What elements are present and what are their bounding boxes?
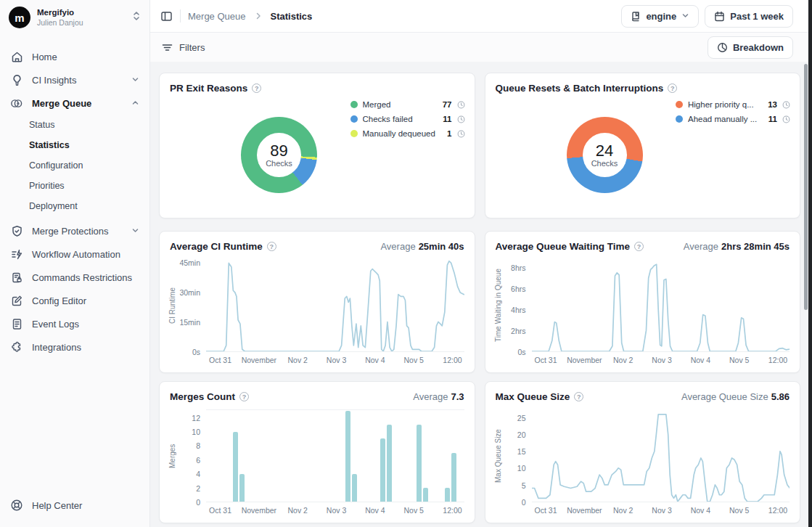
clipboard-lock-icon bbox=[10, 271, 23, 284]
card-title: Max Queue Size bbox=[496, 391, 570, 402]
y-axis-tick: 2hrs bbox=[511, 327, 525, 335]
sidebar-item-ci-insights[interactable]: CI Insights bbox=[0, 68, 149, 91]
y-axis-tick: 10 bbox=[192, 428, 200, 436]
legend-color-dot bbox=[676, 101, 683, 108]
sidebar-subitem-statistics[interactable]: Statistics bbox=[0, 135, 149, 155]
repository-name: engine bbox=[646, 11, 676, 22]
sidebar-subitem-label: Deployment bbox=[29, 201, 78, 211]
card-title: Average CI Runtime bbox=[170, 241, 263, 252]
average-queue-waiting-card: Average Queue Waiting Time Average2hrs 2… bbox=[485, 231, 801, 373]
x-axis-tick: November bbox=[567, 506, 602, 515]
bar[interactable] bbox=[451, 453, 456, 502]
line-series bbox=[532, 259, 790, 351]
x-axis-tick: Oct 31 bbox=[209, 356, 231, 364]
bar[interactable] bbox=[239, 474, 245, 502]
sidebar-item-label: Workflow Automation bbox=[32, 249, 139, 260]
queue-resets-donut-chart[interactable]: 24 Checks bbox=[567, 117, 643, 193]
help-icon[interactable] bbox=[574, 392, 583, 401]
queue-waiting-line-chart[interactable] bbox=[532, 259, 790, 352]
help-icon[interactable] bbox=[267, 242, 276, 251]
legend-value: 11 bbox=[443, 115, 451, 123]
vertical-scrollbar[interactable] bbox=[804, 64, 808, 310]
filters-button[interactable]: Filters bbox=[162, 42, 205, 53]
x-axis-tick: Nov 2 bbox=[613, 356, 633, 364]
x-axis-tick: Nov 5 bbox=[729, 356, 749, 364]
merges-count-bar-chart[interactable] bbox=[206, 409, 464, 502]
legend-label: Merged bbox=[363, 100, 438, 109]
sidebar-item-merge-queue[interactable]: Merge Queue bbox=[0, 91, 149, 115]
y-axis: 0s15min30min45min bbox=[177, 259, 206, 352]
clock-icon[interactable] bbox=[782, 101, 790, 109]
bar[interactable] bbox=[445, 488, 450, 502]
bar[interactable] bbox=[417, 425, 422, 502]
bar[interactable] bbox=[423, 488, 428, 502]
legend-value: 13 bbox=[768, 100, 777, 109]
card-title: Average Queue Waiting Time bbox=[496, 241, 631, 252]
clock-icon[interactable] bbox=[782, 115, 790, 123]
org-user: Julien Danjou bbox=[37, 18, 126, 28]
y-axis-title: Max Queue Size bbox=[493, 409, 503, 502]
x-axis-tick: Nov 4 bbox=[365, 506, 385, 515]
sidebar-subitem-deployment[interactable]: Deployment bbox=[0, 196, 149, 216]
lifebuoy-icon bbox=[10, 499, 23, 512]
sidebar-subitem-status[interactable]: Status bbox=[0, 115, 149, 135]
sidebar-item-commands-restrictions[interactable]: Commands Restrictions bbox=[0, 266, 149, 289]
sidebar-toggle-icon[interactable] bbox=[160, 10, 173, 23]
y-axis: 0s2hrs4hrs6hrs8hrs bbox=[503, 259, 532, 352]
sidebar-item-workflow-automation[interactable]: Workflow Automation bbox=[0, 242, 149, 266]
sidebar-item-integrations[interactable]: Integrations bbox=[0, 335, 149, 359]
y-axis-tick: 4hrs bbox=[511, 306, 525, 314]
sidebar-subitem-configuration[interactable]: Configuration bbox=[0, 155, 149, 176]
clock-icon[interactable] bbox=[457, 101, 465, 109]
bar[interactable] bbox=[380, 438, 385, 502]
org-switcher[interactable]: m Mergifyio Julien Danjou bbox=[0, 0, 149, 35]
help-center-link[interactable]: Help Center bbox=[0, 494, 149, 517]
legend-label: Ahead manually ... bbox=[688, 115, 763, 123]
x-axis-tick: Nov 4 bbox=[365, 356, 385, 364]
y-axis-tick: 0 bbox=[196, 498, 200, 507]
merges-count-card: Merges Count Average7.3 Merges 024681012… bbox=[159, 381, 475, 523]
x-axis-tick: Nov 5 bbox=[729, 506, 749, 515]
sidebar-item-config-editor[interactable]: Config Editor bbox=[0, 289, 149, 312]
sidebar-item-merge-protections[interactable]: Merge Protections bbox=[0, 219, 149, 242]
sidebar-item-home[interactable]: Home bbox=[0, 45, 149, 68]
bar[interactable] bbox=[352, 474, 357, 502]
clock-icon[interactable] bbox=[457, 130, 465, 138]
breadcrumb-section[interactable]: Merge Queue bbox=[188, 11, 246, 22]
y-axis-tick: 15min bbox=[179, 318, 200, 327]
help-icon[interactable] bbox=[239, 392, 249, 401]
main-area: Merge Queue Statistics engine Past 1 wee… bbox=[150, 0, 812, 527]
legend-item[interactable]: Manually dequeued1 bbox=[350, 128, 465, 139]
bar[interactable] bbox=[233, 432, 238, 502]
legend-item[interactable]: Ahead manually ...11 bbox=[676, 114, 790, 124]
chevron-right-icon bbox=[255, 9, 262, 23]
time-period-label: Past 1 week bbox=[730, 11, 784, 22]
help-icon[interactable] bbox=[252, 83, 261, 93]
x-axis: Oct 31NovemberNov 2Nov 3Nov 4Nov 512:00 bbox=[206, 352, 464, 367]
help-icon[interactable] bbox=[668, 83, 677, 93]
sidebar-item-event-logs[interactable]: Event Logs bbox=[0, 312, 149, 335]
chevron-up-icon bbox=[131, 98, 139, 109]
sidebar-subitem-label: Configuration bbox=[29, 160, 83, 171]
clock-icon[interactable] bbox=[457, 115, 465, 123]
average-value: 25min 40s bbox=[419, 241, 464, 252]
chevron-down-icon bbox=[681, 11, 689, 22]
repository-select-button[interactable]: engine bbox=[621, 5, 699, 28]
legend-item[interactable]: Checks failed11 bbox=[350, 114, 465, 124]
ci-runtime-line-chart[interactable] bbox=[206, 259, 464, 352]
workflow-bolt-icon bbox=[10, 248, 23, 261]
help-icon[interactable] bbox=[634, 242, 644, 251]
breakdown-button[interactable]: Breakdown bbox=[708, 36, 793, 59]
bar[interactable] bbox=[387, 425, 392, 502]
pr-exit-donut-chart[interactable]: 89 Checks bbox=[241, 117, 317, 193]
y-axis: 0510152025 bbox=[503, 409, 532, 502]
sidebar-subitem-priorities[interactable]: Priorities bbox=[0, 176, 149, 196]
x-axis-tick: Nov 3 bbox=[327, 506, 346, 515]
bar[interactable] bbox=[345, 411, 350, 502]
legend-item[interactable]: Merged77 bbox=[350, 99, 465, 110]
legend-label: Checks failed bbox=[363, 115, 438, 123]
time-period-button[interactable]: Past 1 week bbox=[705, 5, 793, 28]
x-axis-tick: Nov 4 bbox=[691, 356, 710, 364]
max-queue-size-line-chart[interactable] bbox=[532, 409, 790, 502]
legend-item[interactable]: Higher priority q...13 bbox=[676, 99, 790, 110]
